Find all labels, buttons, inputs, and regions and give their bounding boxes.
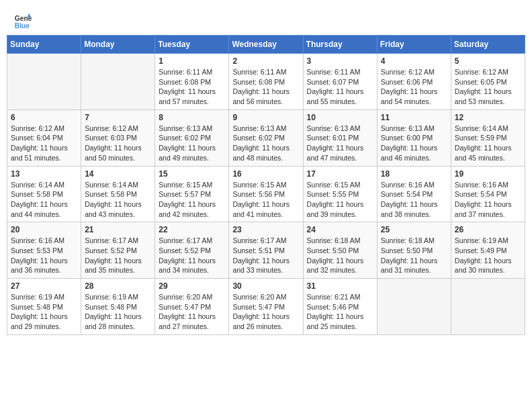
day-number: 11 [381,113,447,122]
day-cell: 26Sunrise: 6:19 AM Sunset: 5:49 PM Dayli… [451,222,525,279]
day-info: Sunrise: 6:19 AM Sunset: 5:48 PM Dayligh… [85,292,151,332]
day-info: Sunrise: 6:12 AM Sunset: 6:04 PM Dayligh… [11,124,77,163]
day-number: 5 [455,56,521,66]
week-row-2: 6Sunrise: 6:12 AM Sunset: 6:04 PM Daylig… [7,109,525,166]
week-row-1: 1Sunrise: 6:11 AM Sunset: 6:08 PM Daylig… [7,54,525,110]
day-cell: 9Sunrise: 6:13 AM Sunset: 6:02 PM Daylig… [229,109,303,166]
day-number: 20 [11,225,77,234]
day-cell: 31Sunrise: 6:21 AM Sunset: 5:46 PM Dayli… [303,279,377,335]
day-info: Sunrise: 6:18 AM Sunset: 5:50 PM Dayligh… [307,236,373,275]
day-cell: 4Sunrise: 6:12 AM Sunset: 6:06 PM Daylig… [377,54,451,110]
day-cell: 27Sunrise: 6:19 AM Sunset: 5:48 PM Dayli… [7,279,81,335]
day-cell: 25Sunrise: 6:18 AM Sunset: 5:50 PM Dayli… [377,222,451,279]
day-info: Sunrise: 6:16 AM Sunset: 5:54 PM Dayligh… [455,180,521,220]
day-number: 18 [381,169,447,179]
day-number: 1 [159,56,225,66]
week-row-4: 20Sunrise: 6:16 AM Sunset: 5:53 PM Dayli… [7,222,525,279]
day-info: Sunrise: 6:20 AM Sunset: 5:47 PM Dayligh… [159,292,225,332]
day-info: Sunrise: 6:15 AM Sunset: 5:57 PM Dayligh… [159,180,225,220]
logo-icon: General Blue [13,12,32,31]
day-number: 19 [455,169,521,179]
day-cell: 19Sunrise: 6:16 AM Sunset: 5:54 PM Dayli… [451,166,525,222]
day-info: Sunrise: 6:21 AM Sunset: 5:46 PM Dayligh… [307,292,373,332]
day-number: 26 [455,225,521,234]
day-number: 6 [11,113,77,122]
day-number: 21 [85,225,151,234]
week-row-3: 13Sunrise: 6:14 AM Sunset: 5:58 PM Dayli… [7,166,525,222]
day-info: Sunrise: 6:14 AM Sunset: 5:59 PM Dayligh… [455,124,521,163]
day-cell: 6Sunrise: 6:12 AM Sunset: 6:04 PM Daylig… [7,109,81,166]
day-cell: 11Sunrise: 6:13 AM Sunset: 6:00 PM Dayli… [377,109,451,166]
week-row-5: 27Sunrise: 6:19 AM Sunset: 5:48 PM Dayli… [7,279,525,335]
day-info: Sunrise: 6:15 AM Sunset: 5:56 PM Dayligh… [232,180,299,220]
day-number: 13 [11,169,77,179]
page-header: General Blue [7,7,525,35]
day-info: Sunrise: 6:18 AM Sunset: 5:50 PM Dayligh… [381,236,447,275]
day-info: Sunrise: 6:16 AM Sunset: 5:54 PM Dayligh… [381,180,447,220]
day-info: Sunrise: 6:16 AM Sunset: 5:53 PM Dayligh… [11,236,77,275]
day-info: Sunrise: 6:12 AM Sunset: 6:06 PM Dayligh… [381,67,447,107]
day-info: Sunrise: 6:13 AM Sunset: 6:01 PM Dayligh… [307,124,373,163]
day-cell: 20Sunrise: 6:16 AM Sunset: 5:53 PM Dayli… [7,222,81,279]
weekday-header-saturday: Saturday [451,36,525,54]
day-info: Sunrise: 6:11 AM Sunset: 6:08 PM Dayligh… [232,67,299,107]
day-info: Sunrise: 6:11 AM Sunset: 6:08 PM Dayligh… [159,67,225,107]
day-info: Sunrise: 6:14 AM Sunset: 5:58 PM Dayligh… [11,180,77,220]
day-number: 7 [85,113,151,122]
day-cell: 30Sunrise: 6:20 AM Sunset: 5:47 PM Dayli… [229,279,303,335]
day-info: Sunrise: 6:17 AM Sunset: 5:51 PM Dayligh… [232,236,299,275]
day-info: Sunrise: 6:19 AM Sunset: 5:48 PM Dayligh… [11,292,77,332]
day-cell: 13Sunrise: 6:14 AM Sunset: 5:58 PM Dayli… [7,166,81,222]
day-info: Sunrise: 6:14 AM Sunset: 5:58 PM Dayligh… [85,180,151,220]
day-cell: 14Sunrise: 6:14 AM Sunset: 5:58 PM Dayli… [81,166,155,222]
day-cell: 10Sunrise: 6:13 AM Sunset: 6:01 PM Dayli… [303,109,377,166]
day-number: 15 [159,169,225,179]
day-number: 12 [455,113,521,122]
day-cell: 16Sunrise: 6:15 AM Sunset: 5:56 PM Dayli… [229,166,303,222]
day-number: 27 [11,281,77,291]
day-cell: 23Sunrise: 6:17 AM Sunset: 5:51 PM Dayli… [229,222,303,279]
day-cell: 28Sunrise: 6:19 AM Sunset: 5:48 PM Dayli… [81,279,155,335]
weekday-header-tuesday: Tuesday [155,36,229,54]
day-cell: 3Sunrise: 6:11 AM Sunset: 6:07 PM Daylig… [303,54,377,110]
day-number: 28 [85,281,151,291]
day-number: 29 [159,281,225,291]
day-cell: 12Sunrise: 6:14 AM Sunset: 5:59 PM Dayli… [451,109,525,166]
day-number: 10 [307,113,373,122]
day-info: Sunrise: 6:20 AM Sunset: 5:47 PM Dayligh… [232,292,299,332]
weekday-header-row: SundayMondayTuesdayWednesdayThursdayFrid… [7,36,525,54]
day-info: Sunrise: 6:17 AM Sunset: 5:52 PM Dayligh… [85,236,151,275]
day-info: Sunrise: 6:12 AM Sunset: 6:03 PM Dayligh… [85,124,151,163]
day-number: 22 [159,225,225,234]
day-cell: 21Sunrise: 6:17 AM Sunset: 5:52 PM Dayli… [81,222,155,279]
day-number: 17 [307,169,373,179]
day-cell [7,54,81,110]
day-info: Sunrise: 6:17 AM Sunset: 5:52 PM Dayligh… [159,236,225,275]
day-number: 24 [307,225,373,234]
day-number: 16 [232,169,299,179]
day-number: 30 [232,281,299,291]
day-info: Sunrise: 6:13 AM Sunset: 6:02 PM Dayligh… [232,124,299,163]
day-number: 8 [159,113,225,122]
day-info: Sunrise: 6:15 AM Sunset: 5:55 PM Dayligh… [307,180,373,220]
day-number: 31 [307,281,373,291]
day-cell: 18Sunrise: 6:16 AM Sunset: 5:54 PM Dayli… [377,166,451,222]
day-cell: 8Sunrise: 6:13 AM Sunset: 6:02 PM Daylig… [155,109,229,166]
day-cell: 24Sunrise: 6:18 AM Sunset: 5:50 PM Dayli… [303,222,377,279]
day-cell: 7Sunrise: 6:12 AM Sunset: 6:03 PM Daylig… [81,109,155,166]
day-number: 4 [381,56,447,66]
day-info: Sunrise: 6:19 AM Sunset: 5:49 PM Dayligh… [455,236,521,275]
day-cell: 2Sunrise: 6:11 AM Sunset: 6:08 PM Daylig… [229,54,303,110]
day-number: 25 [381,225,447,234]
day-cell: 5Sunrise: 6:12 AM Sunset: 6:05 PM Daylig… [451,54,525,110]
day-cell: 1Sunrise: 6:11 AM Sunset: 6:08 PM Daylig… [155,54,229,110]
day-info: Sunrise: 6:13 AM Sunset: 6:02 PM Dayligh… [159,124,225,163]
day-cell [377,279,451,335]
day-number: 23 [232,225,299,234]
day-number: 3 [307,56,373,66]
day-number: 9 [232,113,299,122]
day-number: 14 [85,169,151,179]
day-cell [451,279,525,335]
calendar-table: SundayMondayTuesdayWednesdayThursdayFrid… [7,35,525,335]
day-cell [81,54,155,110]
